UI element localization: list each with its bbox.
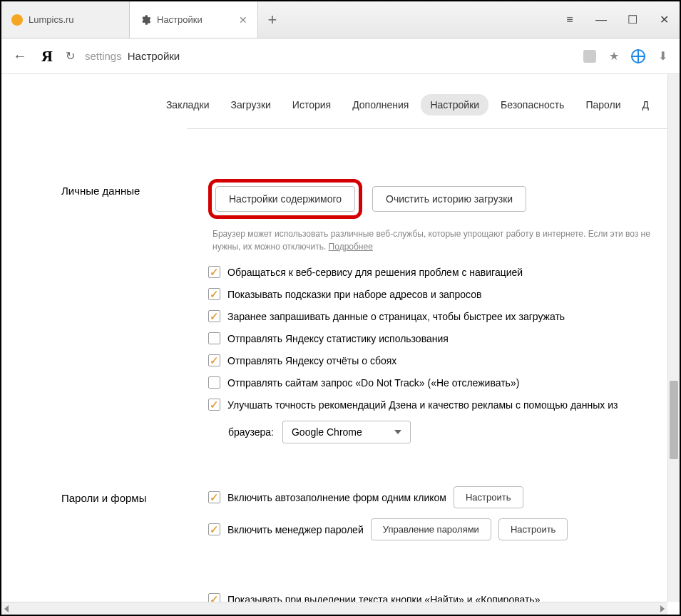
top-nav: Закладки Загрузки История Дополнения Нас… [1, 74, 680, 128]
checkbox-password-manager[interactable] [208, 523, 220, 535]
reload-icon[interactable]: ↻ [66, 49, 75, 63]
check-label: Отправлять Яндексу отчёты о сбоях [227, 355, 396, 366]
nav-bookmarks[interactable]: Закладки [157, 94, 219, 115]
settings-body: Личные данные Настройки содержимого Очис… [1, 179, 680, 615]
scrollbar-thumb[interactable] [670, 381, 678, 459]
nav-history[interactable]: История [283, 94, 340, 115]
scroll-right-icon[interactable] [660, 605, 665, 612]
nav-more[interactable]: Д [633, 94, 658, 115]
browser-label: браузера: [228, 426, 274, 438]
maximize-button[interactable]: ☐ [617, 1, 648, 38]
nav-settings[interactable]: Настройки [421, 94, 488, 115]
check-label: Обращаться к веб-сервису для решения про… [227, 267, 523, 278]
checkbox-autofill[interactable] [208, 491, 220, 503]
menu-icon[interactable]: ≡ [554, 1, 585, 38]
shield-icon[interactable] [583, 49, 597, 63]
new-tab-button[interactable]: + [258, 1, 287, 38]
horizontal-scrollbar[interactable] [1, 602, 667, 615]
content-area: Закладки Загрузки История Дополнения Нас… [1, 74, 680, 615]
help-text: Браузер может использовать различные веб… [213, 227, 655, 253]
url-path: Настройки [128, 50, 180, 62]
globe-icon[interactable] [631, 49, 645, 63]
check-label: Отправлять сайтам запрос «Do Not Track» … [227, 377, 519, 389]
check-label: Включить автозаполнение форм одним клико… [227, 492, 446, 503]
browser-row: браузера: Google Chrome [228, 421, 658, 443]
check-label: Показывать подсказки при наборе адресов … [227, 289, 481, 300]
check-label: Включить менеджер паролей [227, 524, 364, 535]
checkbox-prefetch[interactable] [208, 310, 220, 322]
section-title: Пароли и формы [23, 486, 208, 504]
clear-history-button[interactable]: Очистить историю загрузки [372, 186, 526, 212]
yandex-logo-icon[interactable]: Я [39, 47, 56, 66]
section-personal-data: Личные данные Настройки содержимого Очис… [1, 179, 680, 443]
nav-addons[interactable]: Дополнения [343, 94, 418, 115]
help-text-body: Браузер может использовать различные веб… [213, 229, 650, 252]
close-icon[interactable]: ✕ [239, 14, 247, 26]
section-title: Личные данные [23, 179, 208, 197]
close-button[interactable]: ✕ [648, 1, 680, 38]
configure-autofill-button[interactable]: Настроить [454, 486, 523, 508]
back-button[interactable]: ← [11, 48, 29, 64]
check-label: Отправлять Яндексу статистику использова… [227, 333, 449, 344]
divider [187, 128, 680, 129]
star-icon[interactable]: ★ [607, 49, 621, 63]
section-passwords-forms: Пароли и формы Включить автозаполнение ф… [1, 486, 680, 550]
check-label: Улучшать точность рекомендаций Дзена и к… [227, 399, 618, 411]
tab-lumpics[interactable]: Lumpics.ru [1, 1, 130, 38]
orange-circle-icon [11, 14, 23, 26]
url-input[interactable]: settings Настройки [85, 50, 573, 62]
checkbox-usage-stats[interactable] [208, 332, 220, 344]
window-controls: ≡ — ☐ ✕ [554, 1, 680, 38]
tab-title: Настройки [157, 14, 233, 25]
title-bar: Lumpics.ru Настройки ✕ + ≡ — ☐ ✕ [1, 1, 680, 38]
vertical-scrollbar[interactable] [667, 74, 680, 602]
content-settings-button[interactable]: Настройки содержимого [215, 186, 355, 212]
select-value: Google Chrome [292, 426, 362, 438]
address-bar: ← Я ↻ settings Настройки ★ ⬇ [1, 38, 680, 74]
tab-settings[interactable]: Настройки ✕ [130, 1, 258, 38]
checkbox-dnt[interactable] [208, 376, 220, 389]
checkbox-crash-reports[interactable] [208, 354, 220, 366]
browser-select[interactable]: Google Chrome [282, 421, 411, 443]
tab-title: Lumpics.ru [29, 14, 119, 25]
highlight-frame: Настройки содержимого [208, 179, 362, 219]
nav-security[interactable]: Безопасность [491, 94, 573, 115]
minimize-button[interactable]: — [585, 1, 617, 38]
check-label: Заранее запрашивать данные о страницах, … [227, 311, 565, 322]
more-link[interactable]: Подробнее [329, 242, 373, 252]
gear-icon [140, 14, 151, 26]
configure-passwords-button[interactable]: Настроить [498, 518, 568, 540]
url-scheme: settings [85, 50, 122, 62]
download-icon[interactable]: ⬇ [655, 49, 670, 63]
nav-passwords[interactable]: Пароли [576, 94, 630, 115]
manage-passwords-button[interactable]: Управление паролями [371, 518, 491, 540]
scroll-left-icon[interactable] [4, 605, 9, 612]
nav-downloads[interactable]: Загрузки [221, 94, 280, 115]
checkbox-nav-service[interactable] [208, 266, 220, 278]
checkbox-suggestions[interactable] [208, 288, 220, 300]
checkbox-zen-ads[interactable] [208, 399, 220, 411]
